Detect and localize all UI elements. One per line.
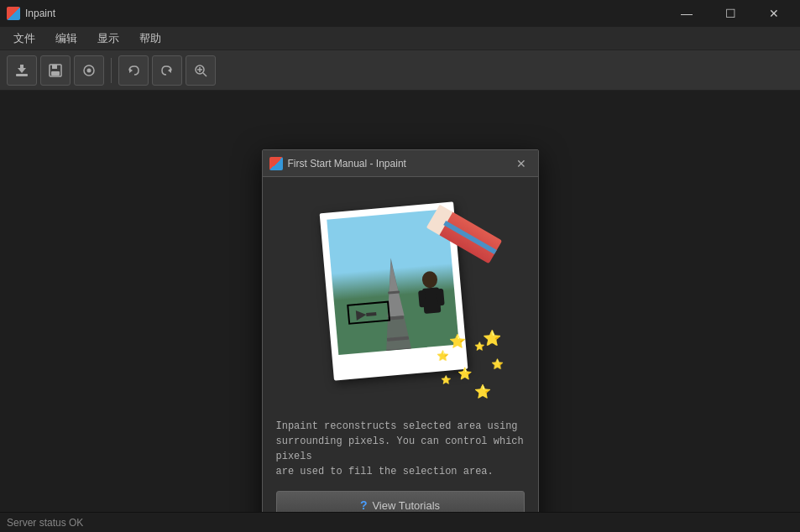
svg-point-6 [87,68,92,72]
star-icon: ⭐ [458,367,472,380]
svg-rect-21 [418,290,426,308]
svg-marker-1 [18,65,26,73]
star-icon: ⭐ [491,358,504,370]
stars-container: ⭐ ⭐ ⭐ ⭐ ⭐ ⭐ ⭐ ⭐ [432,325,516,392]
app-icon [7,7,20,20]
main-area: First Start Manual - Inpaint ✕ [0,91,800,512]
svg-rect-0 [16,74,28,76]
svg-point-19 [421,270,438,288]
svg-marker-8 [168,68,171,73]
save-button[interactable] [40,55,71,86]
preview-button[interactable] [74,55,104,86]
window-close-button[interactable]: ✕ [755,0,793,27]
svg-marker-7 [129,68,133,73]
menu-file[interactable]: 文件 [3,28,45,50]
tutorials-button-label: View Tutorials [372,499,440,512]
dialog-close-button[interactable]: ✕ [511,154,531,174]
person-icon [412,269,451,331]
title-bar: Inpaint — ☐ ✕ [0,0,800,27]
dialog-description: Inpaint reconstructs selected area using… [276,419,525,479]
star-icon: ⭐ [483,329,501,347]
menu-help[interactable]: 帮助 [129,28,171,50]
dialog-icon [269,157,283,170]
menu-edit[interactable]: 编辑 [45,28,87,50]
menu-bar: 文件 编辑 显示 帮助 [0,27,800,50]
zoom-button[interactable] [186,55,216,86]
star-icon: ⭐ [437,350,449,362]
star-icon: ⭐ [474,383,491,399]
question-icon: ? [360,498,368,512]
undo-button[interactable] [118,55,149,86]
star-icon: ⭐ [441,375,451,384]
hero-image: ⭐ ⭐ ⭐ ⭐ ⭐ ⭐ ⭐ ⭐ [276,190,525,409]
modal-overlay: First Start Manual - Inpaint ✕ [0,91,800,512]
maximize-button[interactable]: ☐ [711,0,750,27]
minimize-button[interactable]: — [667,0,706,27]
svg-rect-3 [52,65,57,69]
dialog-title: First Start Manual - Inpaint [288,158,506,170]
redo-button[interactable] [152,55,182,86]
menu-view[interactable]: 显示 [87,28,129,50]
svg-rect-4 [51,71,60,76]
star-icon: ⭐ [449,333,466,349]
toolbar [0,50,800,91]
selection-box [347,301,390,325]
svg-marker-23 [355,310,366,321]
svg-rect-24 [366,312,376,316]
download-button[interactable] [7,55,37,86]
status-bar: Server status OK [0,512,800,532]
toolbar-separator [111,58,112,83]
dialog-titlebar: First Start Manual - Inpaint ✕ [263,150,538,177]
svg-line-10 [203,73,207,76]
app-title: Inpaint [25,8,662,19]
status-text: Server status OK [7,517,83,529]
dialog: First Start Manual - Inpaint ✕ [262,149,539,532]
dialog-body: ⭐ ⭐ ⭐ ⭐ ⭐ ⭐ ⭐ ⭐ Inpaint reconstructs sel… [263,177,538,532]
